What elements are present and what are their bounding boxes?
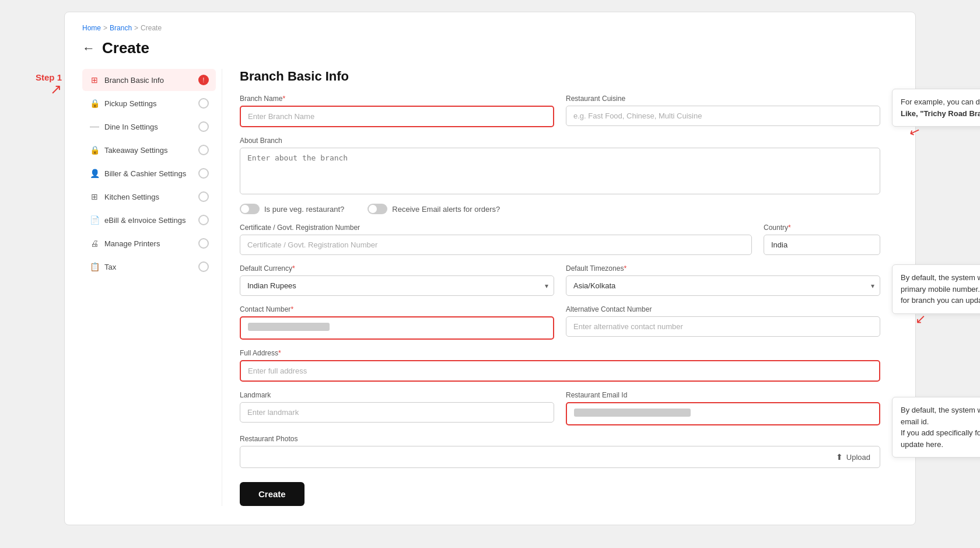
currency-select-wrapper: Indian Rupees ▾	[240, 275, 554, 296]
contact-tooltip-arrow: ↙	[915, 312, 926, 327]
sidebar-label-biller-cashier: Biller & Cashier Settings	[104, 169, 186, 178]
sidebar-item-ebill-einvoice[interactable]: 📄 eBill & eInvoice Settings	[82, 209, 216, 231]
takeaway-settings-circle	[198, 145, 209, 155]
contact-number-field-wrapper	[240, 316, 554, 340]
certificate-country-row: Certificate / Govt. Registration Number …	[240, 224, 880, 255]
country-group: Country*	[764, 224, 880, 255]
page-container: Home > Branch > Create ← Create Step 1 ↗…	[64, 12, 916, 525]
landmark-email-wrapper: Landmark Restaurant Email Id ↑ By defaul	[240, 391, 880, 425]
breadcrumb-sep2: >	[134, 24, 138, 32]
tax-icon: 📋	[89, 262, 100, 271]
contact-tooltip-line2: primary mobile number. If you add specif…	[901, 285, 980, 294]
full-address-group: Full Address*	[240, 349, 880, 382]
page-header: ← Create	[82, 39, 898, 57]
email-blurred	[574, 409, 691, 417]
sidebar-item-dine-in-settings[interactable]: — Dine In Settings	[82, 116, 216, 138]
email-alerts-toggle[interactable]	[368, 204, 387, 214]
about-branch-textarea[interactable]	[240, 148, 880, 194]
manage-printers-circle	[198, 238, 209, 249]
full-address-input[interactable]	[240, 360, 880, 382]
alternative-contact-input[interactable]	[566, 316, 880, 337]
sidebar-item-kitchen-settings[interactable]: ⊞ Kitchen Settings	[82, 186, 216, 208]
certificate-group: Certificate / Govt. Registration Number	[240, 224, 752, 255]
timezone-select[interactable]: Asia/Kolkata	[566, 275, 880, 296]
pickup-settings-circle	[198, 98, 209, 109]
sidebar-label-kitchen-settings: Kitchen Settings	[104, 193, 159, 201]
email-field-wrapper	[566, 402, 880, 425]
sidebar-item-tax[interactable]: 📋 Tax	[82, 256, 216, 278]
sidebar-label-ebill-einvoice: eBill & eInvoice Settings	[104, 216, 186, 225]
email-tooltip-line1: By default, the system will show your pr…	[901, 406, 980, 426]
sidebar-label-branch-basic-info: Branch Basic Info	[104, 76, 164, 85]
toggle-row: Is pure veg. restaurant? Receive Email a…	[240, 204, 880, 214]
email-alerts-knob	[369, 205, 377, 213]
currency-group: Default Currency* Indian Rupees ▾	[240, 264, 554, 296]
timezone-select-wrapper: Asia/Kolkata ▾	[566, 275, 880, 296]
timezone-group: Default Timezones* Asia/Kolkata ▾	[566, 264, 880, 296]
step1-arrow-icon: ↗	[50, 82, 62, 96]
certificate-input[interactable]	[240, 235, 752, 255]
email-tooltip-line2: If you add specifically for branch you c…	[901, 428, 980, 449]
tax-circle	[198, 261, 209, 272]
pickup-settings-icon: 🔒	[89, 99, 100, 108]
back-button[interactable]: ←	[82, 41, 95, 56]
branch-name-group: Branch Name*	[240, 95, 554, 127]
currency-select[interactable]: Indian Rupees	[240, 275, 554, 296]
email-label: Restaurant Email Id	[566, 391, 880, 399]
contact-number-blurred	[248, 323, 330, 331]
main-content: Branch Basic Info Branch Name* Restauran…	[222, 69, 898, 506]
sidebar-label-manage-printers: Manage Printers	[104, 239, 160, 248]
create-button[interactable]: Create	[240, 482, 304, 506]
contact-number-group: Contact Number*	[240, 305, 554, 340]
email-alerts-toggle-item: Receive Email alerts for orders?	[368, 204, 500, 214]
restaurant-cuisine-input[interactable]	[566, 106, 880, 126]
branch-basic-info-badge: !	[198, 75, 209, 85]
contact-tooltip: By default, the system will show your pr…	[892, 264, 980, 314]
sidebar-item-pickup-settings[interactable]: 🔒 Pickup Settings	[82, 92, 216, 114]
restaurant-photos-label: Restaurant Photos	[240, 435, 880, 443]
sidebar-label-pickup-settings: Pickup Settings	[104, 99, 157, 108]
pure-veg-toggle[interactable]	[240, 204, 260, 214]
sidebar-label-tax: Tax	[104, 263, 116, 271]
landmark-group: Landmark	[240, 391, 554, 425]
sidebar-item-takeaway-settings[interactable]: 🔒 Takeaway Settings	[82, 139, 216, 161]
email-alerts-label: Receive Email alerts for orders?	[392, 205, 500, 214]
branch-name-tooltip: For example, you can define location nam…	[892, 89, 980, 127]
restaurant-photos-group: Restaurant Photos ⬆ Upload	[240, 435, 880, 468]
breadcrumb-branch[interactable]: Branch	[110, 24, 132, 32]
tooltip-branch-text2: Like, "Trichy Road Branch"	[901, 109, 980, 118]
main-layout: Step 1 ↗ ⊞ Branch Basic Info ! 🔒 Pickup …	[82, 69, 898, 506]
sidebar-item-manage-printers[interactable]: 🖨 Manage Printers	[82, 232, 216, 254]
currency-label: Default Currency*	[240, 264, 554, 273]
pure-veg-knob	[241, 205, 249, 213]
breadcrumb-current: Create	[141, 24, 162, 32]
breadcrumb: Home > Branch > Create	[82, 24, 898, 32]
dine-in-settings-icon: —	[89, 121, 100, 132]
contact-tooltip-line1: By default, the system will show your	[901, 273, 980, 282]
takeaway-settings-icon: 🔒	[89, 145, 100, 155]
pure-veg-label: Is pure veg. restaurant?	[264, 205, 344, 214]
country-input[interactable]	[764, 235, 880, 255]
full-address-label: Full Address*	[240, 349, 880, 357]
sidebar-label-takeaway-settings: Takeaway Settings	[104, 146, 167, 155]
breadcrumb-home[interactable]: Home	[82, 24, 101, 32]
timezone-label: Default Timezones*	[566, 264, 880, 273]
restaurant-cuisine-group: Restaurant Cuisine	[566, 95, 880, 127]
step1-annotation: Step 1 ↗	[36, 72, 62, 96]
branch-name-label: Branch Name*	[240, 95, 554, 103]
email-group: Restaurant Email Id	[566, 391, 880, 425]
upload-area[interactable]: ⬆ Upload	[240, 446, 880, 468]
breadcrumb-sep1: >	[103, 24, 107, 32]
alternative-contact-label: Alternative Contact Number	[566, 305, 880, 313]
email-tooltip: ↑ By default, the system will show your …	[892, 397, 980, 458]
sidebar-item-branch-basic-info[interactable]: ⊞ Branch Basic Info !	[82, 69, 216, 91]
contact-number-label: Contact Number*	[240, 305, 554, 313]
pure-veg-toggle-item: Is pure veg. restaurant?	[240, 204, 344, 214]
branch-name-input[interactable]	[240, 106, 554, 127]
contact-row: Contact Number* Alternative Contact Numb…	[240, 305, 880, 340]
biller-cashier-icon: 👤	[89, 169, 100, 178]
tooltip-branch-text1: For example, you can define location nam…	[901, 97, 980, 106]
sidebar-item-biller-cashier[interactable]: 👤 Biller & Cashier Settings	[82, 162, 216, 184]
landmark-input[interactable]	[240, 402, 554, 423]
about-branch-group: About Branch	[240, 137, 880, 194]
